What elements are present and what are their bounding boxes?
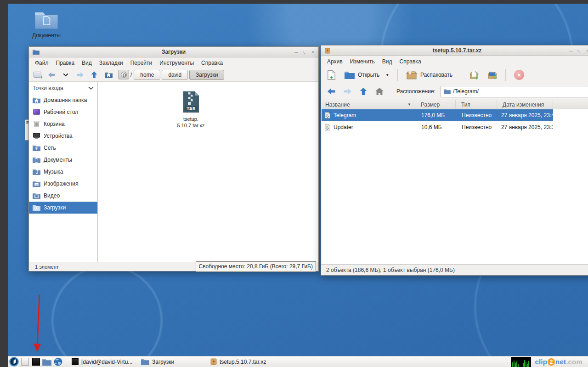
taskbar-window-archive[interactable]: tsetup.5.10.7.tar.xz bbox=[208, 357, 283, 367]
binary-file-icon bbox=[325, 112, 330, 119]
am-back-button[interactable] bbox=[326, 86, 337, 97]
location-field[interactable]: /Telegram/ bbox=[441, 86, 588, 97]
forward-button[interactable] bbox=[74, 69, 85, 80]
am-menu-archive[interactable]: Архив bbox=[323, 57, 346, 66]
taskbar-window-terminal[interactable]: [david@david-Virtu... bbox=[69, 357, 136, 367]
am-minimize-button[interactable]: – bbox=[569, 48, 572, 54]
plus-icon: + bbox=[330, 75, 333, 80]
am-status-text: 2 объекта (186,6 МБ), 1 объект выбран (1… bbox=[326, 267, 455, 273]
sidebar-item-downloads[interactable]: Загрузки bbox=[29, 202, 97, 214]
terminal-launcher[interactable] bbox=[30, 356, 41, 367]
browser-launcher[interactable] bbox=[52, 356, 63, 367]
pictures-folder-icon bbox=[33, 181, 40, 187]
fm-menu-go[interactable]: Перейти bbox=[127, 58, 156, 68]
chevron-down-icon bbox=[63, 73, 68, 77]
fm-sidebar: Точки входа Домашняя папка Рабочий стол bbox=[29, 82, 98, 262]
sidebar-item-devices[interactable]: Устройства bbox=[29, 130, 97, 142]
fm-restore-button[interactable]: ↔ bbox=[301, 49, 308, 56]
devices-icon bbox=[33, 133, 40, 139]
terminal-icon bbox=[72, 358, 79, 365]
file-item-tsetup[interactable]: TAR tsetup. 5.10.7.tar.xz bbox=[169, 91, 213, 129]
table-row-telegram[interactable]: Telegram 176,0 МБ Неизвестно 27 января 2… bbox=[322, 109, 553, 121]
fm-close-button[interactable]: × bbox=[311, 49, 315, 55]
fm-titlebar[interactable]: Загрузки – ↔ × bbox=[29, 47, 318, 57]
back-button[interactable] bbox=[46, 69, 57, 80]
new-archive-button[interactable]: + bbox=[325, 69, 338, 81]
am-up-button[interactable] bbox=[358, 86, 369, 97]
am-menu-edit[interactable]: Изменить bbox=[346, 57, 379, 66]
toolbar-separator bbox=[397, 69, 398, 81]
videos-folder-icon bbox=[33, 192, 40, 199]
am-titlebar[interactable]: tsetup.5.10.7.tar.xz – ↔ × bbox=[321, 45, 588, 56]
home-folder-icon bbox=[33, 97, 40, 103]
am-home-button[interactable] bbox=[374, 86, 385, 97]
column-header-name[interactable]: Название ▼ bbox=[322, 100, 415, 109]
fm-menubar: Файл Правка Вид Закладки Перейти Инструм… bbox=[29, 57, 318, 68]
fm-menu-edit[interactable]: Правка bbox=[52, 58, 79, 68]
am-close-button[interactable]: × bbox=[586, 48, 588, 54]
taskbar-window-downloads[interactable]: Загрузки bbox=[138, 357, 205, 367]
fm-menu-file[interactable]: Файл bbox=[31, 58, 52, 68]
am-forward-button[interactable] bbox=[342, 86, 353, 97]
delete-button[interactable]: × bbox=[511, 68, 527, 81]
am-menubar: Архив Изменить Вид Справка bbox=[321, 56, 588, 67]
free-space-label: Свободное место: 20,8 ГиБ (Всего: 29,7 Г… bbox=[196, 261, 316, 272]
tar-archive-icon: TAR bbox=[182, 91, 200, 113]
sidebar-item-network[interactable]: Сеть bbox=[29, 142, 97, 154]
path-segment-david[interactable]: david bbox=[162, 70, 188, 80]
show-desktop-button[interactable] bbox=[19, 356, 30, 367]
am-restore-button[interactable]: ↔ bbox=[576, 47, 583, 55]
home-button[interactable] bbox=[103, 69, 114, 80]
column-header-date[interactable]: Дата изменения bbox=[497, 100, 553, 109]
fm-menu-tools[interactable]: Инструменты bbox=[156, 58, 198, 68]
clip2net-watermark: clip 2 net .com bbox=[535, 358, 582, 366]
plus-icon: + bbox=[475, 75, 478, 81]
sidebar-header[interactable]: Точки входа bbox=[29, 82, 97, 94]
am-statusbar: 2 объекта (186,6 МБ), 1 объект выбран (1… bbox=[321, 264, 588, 275]
path-root-button[interactable] bbox=[118, 70, 129, 79]
documents-folder-icon bbox=[33, 157, 40, 163]
am-menu-view[interactable]: Вид bbox=[379, 57, 396, 66]
fm-window-title: Загрузки bbox=[57, 49, 291, 55]
system-monitor-graph[interactable] bbox=[511, 357, 531, 367]
history-dropdown-button[interactable] bbox=[60, 69, 71, 80]
back-arrow-icon bbox=[48, 72, 56, 78]
am-window-icon bbox=[325, 48, 330, 54]
file-manager-launcher[interactable] bbox=[41, 356, 52, 367]
add-folder-button[interactable] bbox=[485, 70, 500, 80]
desktop-icon-documents[interactable]: Документы bbox=[27, 10, 66, 39]
open-folder-icon bbox=[345, 71, 355, 79]
add-files-button[interactable]: + bbox=[467, 70, 481, 80]
fm-toolbar: + bbox=[29, 68, 318, 82]
folder-icon bbox=[141, 358, 149, 365]
fm-menu-help[interactable]: Справка bbox=[198, 58, 226, 68]
sidebar-item-trash[interactable]: Корзина bbox=[29, 118, 97, 130]
column-header-size[interactable]: Размер bbox=[415, 100, 456, 109]
desktop-screen: Документы Е Загрузки – ↔ × Фай bbox=[0, 0, 588, 367]
fm-menu-bookmarks[interactable]: Закладки bbox=[96, 58, 127, 68]
new-window-button[interactable]: + bbox=[32, 69, 43, 80]
path-segment-downloads[interactable]: Загрузки bbox=[189, 70, 224, 80]
column-header-type[interactable]: Тип bbox=[456, 100, 497, 109]
am-toolbar: + Открыть ▼ Распаковать + bbox=[321, 67, 588, 83]
sidebar-item-documents[interactable]: Документы bbox=[29, 154, 97, 166]
open-archive-button[interactable]: Открыть ▼ bbox=[342, 69, 392, 80]
file-name-line1: tsetup. bbox=[169, 116, 213, 122]
fm-file-view[interactable]: TAR tsetup. 5.10.7.tar.xz bbox=[98, 82, 318, 262]
annotation-arrow bbox=[31, 294, 44, 355]
folder-icon bbox=[444, 89, 451, 94]
extract-button[interactable]: Распаковать bbox=[403, 69, 455, 81]
path-segment-home[interactable]: home bbox=[134, 70, 160, 80]
fm-minimize-button[interactable]: – bbox=[294, 49, 298, 55]
sidebar-item-videos[interactable]: Видео bbox=[29, 190, 97, 202]
am-menu-help[interactable]: Справка bbox=[396, 57, 424, 66]
fm-menu-view[interactable]: Вид bbox=[78, 58, 96, 68]
am-file-list[interactable]: Название ▼ Размер Тип Дата изменения bbox=[322, 100, 588, 264]
table-row-updater[interactable]: Updater 10,6 МБ Неизвестно 27 января 202… bbox=[322, 121, 553, 133]
sidebar-item-home[interactable]: Домашняя папка bbox=[29, 94, 97, 106]
sidebar-item-pictures[interactable]: Изображения bbox=[29, 178, 97, 190]
sidebar-item-desktop[interactable]: Рабочий стол bbox=[29, 106, 97, 118]
sidebar-item-music[interactable]: Музыка bbox=[29, 166, 97, 178]
applications-menu-button[interactable] bbox=[8, 356, 19, 367]
up-button[interactable] bbox=[89, 69, 100, 80]
